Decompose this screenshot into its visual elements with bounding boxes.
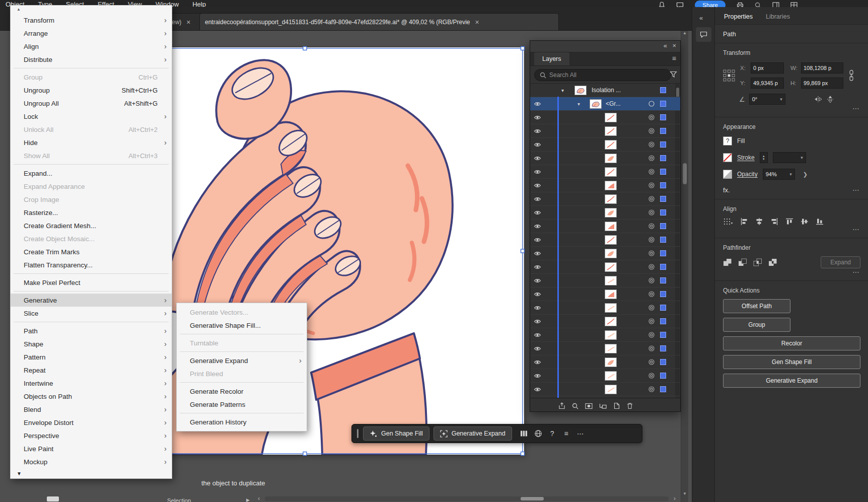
menu-item-ungroup[interactable]: UngroupShift+Ctrl+G: [11, 84, 172, 97]
selection-square[interactable]: [660, 264, 666, 270]
layer-row[interactable]: [530, 165, 680, 179]
y-input[interactable]: [751, 78, 784, 89]
target-icon[interactable]: [648, 345, 655, 352]
menu-item-flatten-transparency[interactable]: Flatten Transparency...: [11, 258, 172, 271]
close-panel-icon[interactable]: ×: [672, 42, 676, 49]
visibility-eye-icon[interactable]: [534, 183, 541, 188]
scroll-down-icon[interactable]: ▼: [681, 491, 688, 496]
visibility-eye-icon[interactable]: [534, 264, 541, 270]
visibility-eye-icon[interactable]: [534, 346, 541, 351]
gen-shape-fill-button[interactable]: Gen Shape Fill: [363, 426, 429, 441]
layer-row[interactable]: [530, 152, 680, 165]
align-more-options-icon[interactable]: ⋯: [723, 227, 860, 233]
layer-row[interactable]: [530, 301, 680, 315]
close-tab-icon[interactable]: ×: [475, 18, 479, 26]
collapse-panels-icon[interactable]: «: [699, 14, 703, 22]
new-layer-icon[interactable]: [613, 402, 620, 409]
menubar-item-help[interactable]: Help: [192, 1, 206, 7]
pathfinder-more-options-icon[interactable]: ⋯: [723, 269, 860, 275]
locate-object-icon[interactable]: [572, 403, 578, 409]
selection-square[interactable]: [660, 250, 666, 256]
layer-row[interactable]: [530, 192, 680, 206]
stroke-swatch[interactable]: [723, 153, 732, 162]
scroll-up-icon[interactable]: ▲: [681, 31, 688, 35]
menu-item-generate-recolor[interactable]: Generate Recolor: [177, 385, 307, 398]
menu-item-hide[interactable]: Hide›: [11, 136, 172, 149]
menu-item-make-pixel-perfect[interactable]: Make Pixel Perfect: [11, 276, 172, 289]
group-button[interactable]: Group: [723, 318, 790, 332]
menu-item-repeat[interactable]: Repeat›: [11, 364, 172, 377]
comments-panel-button[interactable]: [696, 27, 711, 42]
rotation-combo[interactable]: 0°▾: [749, 94, 785, 105]
menu-item-intertwine[interactable]: Intertwine›: [11, 377, 172, 390]
visibility-eye-icon[interactable]: [534, 360, 541, 365]
menu-item-objects-on-path[interactable]: Objects on Path›: [11, 390, 172, 403]
selection-square[interactable]: [660, 209, 666, 216]
document-tab-active[interactable]: entraidecoopérationsupport_d4151831-d59f…: [199, 13, 559, 30]
layer-row[interactable]: [530, 260, 680, 274]
menu-item-perspective[interactable]: Perspective›: [11, 429, 172, 442]
layer-row-group[interactable]: ▾<Gr...: [530, 97, 680, 111]
columns-icon[interactable]: [519, 428, 530, 439]
layer-row[interactable]: [530, 328, 680, 342]
layer-row[interactable]: [530, 220, 680, 233]
bell-icon[interactable]: [659, 2, 665, 7]
menu-item-align[interactable]: Align›: [11, 40, 172, 53]
visibility-eye-icon[interactable]: [534, 224, 541, 229]
target-icon[interactable]: [648, 386, 655, 393]
tab-libraries[interactable]: Libraries: [766, 13, 790, 24]
visibility-eye-icon[interactable]: [534, 278, 541, 283]
tab-layers[interactable]: Layers: [534, 52, 569, 65]
w-input[interactable]: [801, 62, 843, 74]
layers-search-input[interactable]: Search All: [534, 69, 671, 81]
reference-point-selector[interactable]: [723, 62, 735, 89]
visibility-eye-icon[interactable]: [534, 251, 541, 256]
search-icon[interactable]: [755, 2, 761, 8]
menu-item-blend[interactable]: Blend›: [11, 403, 172, 416]
visibility-eye-icon[interactable]: [534, 237, 541, 243]
horizontal-scrollbar[interactable]: ‹ ›: [258, 496, 676, 501]
layer-row[interactable]: [530, 138, 680, 152]
pf-minus-front-icon[interactable]: [738, 258, 747, 266]
selection-square[interactable]: [660, 345, 666, 351]
recolor-button[interactable]: Recolor: [723, 336, 860, 350]
align-to-icon[interactable]: [723, 218, 733, 226]
selection-square[interactable]: [660, 318, 666, 324]
visibility-eye-icon[interactable]: [534, 387, 541, 392]
vertical-scrollbar[interactable]: ▲ ▼: [681, 30, 688, 502]
selection-square[interactable]: [660, 141, 666, 148]
selection-square[interactable]: [660, 128, 666, 134]
target-icon[interactable]: [648, 209, 655, 216]
opacity-expand-icon[interactable]: ❯: [803, 171, 808, 178]
selection-square[interactable]: [660, 237, 666, 243]
visibility-eye-icon[interactable]: [534, 196, 541, 202]
menu-item-distribute[interactable]: Distribute›: [11, 53, 172, 66]
align-right-icon[interactable]: [770, 218, 778, 226]
align-center-h-icon[interactable]: [755, 218, 763, 226]
target-icon[interactable]: [648, 155, 655, 162]
visibility-eye-icon[interactable]: [534, 156, 541, 161]
selection-square[interactable]: [660, 373, 666, 379]
transform-more-options-icon[interactable]: ⋯: [723, 106, 860, 112]
target-icon[interactable]: [648, 318, 655, 325]
selection-square[interactable]: [660, 277, 666, 283]
visibility-eye-icon[interactable]: [534, 373, 541, 379]
share-button[interactable]: Share: [695, 1, 726, 7]
globe-icon[interactable]: [533, 428, 544, 439]
menu-item-mockup[interactable]: Mockup›: [11, 455, 172, 468]
target-icon[interactable]: [648, 304, 655, 311]
offset-path-button[interactable]: Offset Path: [723, 299, 790, 313]
expand-chevron-icon[interactable]: ▾: [577, 101, 580, 107]
generative-expand-button[interactable]: Generative Expand: [723, 374, 860, 388]
align-bottom-icon[interactable]: [816, 218, 824, 226]
target-icon[interactable]: [648, 331, 655, 338]
target-icon[interactable]: [648, 372, 655, 379]
layer-row[interactable]: [530, 369, 680, 383]
menu-item-generation-history[interactable]: Generation History: [177, 415, 307, 428]
layer-row[interactable]: [530, 233, 680, 247]
pf-unite-icon[interactable]: [723, 258, 732, 266]
more-icon[interactable]: ⋯: [575, 428, 586, 439]
menu-item-create-gradient-mesh[interactable]: Create Gradient Mesh...: [11, 219, 172, 232]
menu-scroll-up-icon[interactable]: ▲: [17, 7, 21, 12]
taskbar-drag-handle[interactable]: [357, 429, 358, 438]
